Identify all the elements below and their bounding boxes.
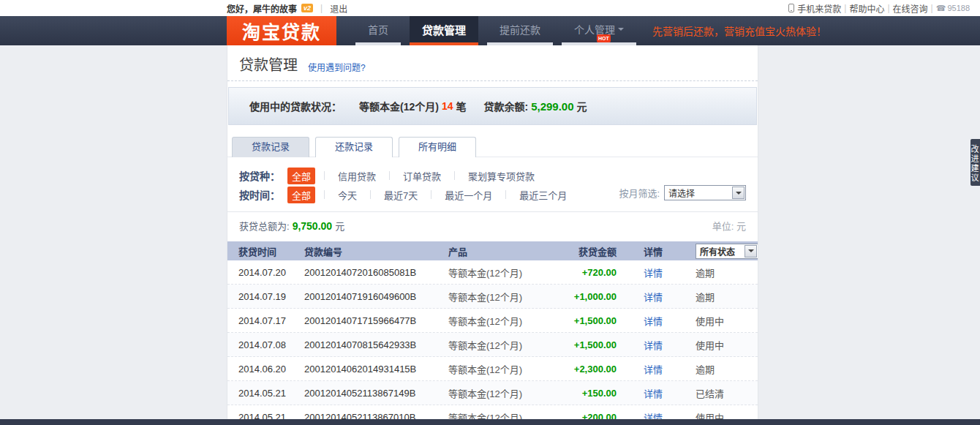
loan-number: 20012014071916049600B xyxy=(304,291,448,302)
col-detail: 详情 xyxy=(617,244,690,258)
product-name: 等额本金(12个月) xyxy=(448,266,551,279)
time-options: 全部今天最近7天最近一个月最近三个月 xyxy=(287,187,571,203)
nav-item-label: 提前还款 xyxy=(500,22,540,37)
logout-link[interactable]: 退出 xyxy=(330,2,347,15)
col-date: 获贷时间 xyxy=(227,244,304,258)
chevron-down-icon[interactable] xyxy=(745,245,757,257)
month-filter-select[interactable]: 请选择 xyxy=(664,185,746,200)
loan-count: 14 xyxy=(442,100,453,112)
help-center-link[interactable]: 帮助中心 xyxy=(849,2,884,15)
record-tabs: 贷款记录还款记录所有明细 xyxy=(227,137,758,157)
unit-note: 单位: 元 xyxy=(712,219,746,233)
table-row: 2014.05.2120012014052113867149B等额本金(12个月… xyxy=(227,381,758,405)
mobile-phone-icon xyxy=(788,4,794,12)
divider: | xyxy=(320,3,323,13)
user-info: 您好，犀牛的故事 v2 | 退出 xyxy=(227,2,347,15)
top-bar: 您好，犀牛的故事 v2 | 退出 手机来贷款 | 帮助中心 | 在线咨询 | ☎… xyxy=(0,0,980,16)
filter-option[interactable]: 今天 xyxy=(333,187,361,203)
divider: | xyxy=(844,3,846,13)
vip-level-badge: v2 xyxy=(301,4,313,12)
col-status: 所有状态 xyxy=(690,244,758,259)
main-navbar: 淘宝贷款 首页贷款管理提前还款个人管理 HOT 先营销后还款，营销充值宝火热体验… xyxy=(0,16,980,45)
nav-item[interactable]: 提前还款 xyxy=(487,16,553,45)
tab-还款记录[interactable]: 还款记录 xyxy=(315,137,393,157)
filter-option[interactable]: 订单贷款 xyxy=(399,168,445,184)
footer-bar xyxy=(0,419,980,425)
divider xyxy=(431,190,431,199)
col-loan-number: 贷款编号 xyxy=(304,244,448,258)
filter-option[interactable]: 全部 xyxy=(287,187,315,203)
loan-amount: +1,500.00 xyxy=(551,315,617,326)
month-filter-value: 请选择 xyxy=(665,187,695,199)
col-product: 产品 xyxy=(448,244,551,258)
divider xyxy=(324,171,325,180)
loan-status-summary: 使用中的贷款状况： 等额本金(12个月) 14 笔 贷款余额: 5,299.00… xyxy=(228,87,757,125)
phone-icon: ☎ xyxy=(936,4,946,13)
detail-link[interactable]: 详情 xyxy=(644,340,663,351)
loan-date: 2014.05.21 xyxy=(227,388,304,399)
filter-option[interactable]: 最近一个月 xyxy=(440,187,497,203)
detail-cell: 详情 xyxy=(617,314,690,328)
product-name: 等额本金(12个月) xyxy=(448,338,551,352)
loan-type-filter-row: 按贷种： 全部信用贷款订单贷款聚划算专项贷款 xyxy=(239,166,746,185)
nav-item[interactable]: 首页 xyxy=(355,16,401,45)
time-filter-label: 按时间： xyxy=(239,187,280,202)
table-header: 获贷时间 贷款编号 产品 获贷金额 详情 所有状态 xyxy=(227,241,758,260)
divider xyxy=(389,171,390,180)
loan-number: 20012014062014931415B xyxy=(304,364,448,375)
mobile-loan-link[interactable]: 手机来贷款 xyxy=(797,2,841,15)
detail-link[interactable]: 详情 xyxy=(644,364,663,375)
summary-label: 使用中的贷款状况： xyxy=(249,99,342,113)
total-label: 获贷总额为: xyxy=(239,219,290,233)
loan-date: 2014.06.20 xyxy=(227,364,304,375)
status-filter-select[interactable]: 所有状态 xyxy=(696,244,758,259)
filter-option[interactable]: 最近三个月 xyxy=(515,187,571,203)
detail-link[interactable]: 详情 xyxy=(644,316,663,327)
filter-option[interactable]: 信用贷款 xyxy=(333,168,380,184)
tab-贷款记录[interactable]: 贷款记录 xyxy=(232,137,309,157)
product-name: 等额本金(12个月) xyxy=(448,314,551,328)
product-name: 等额本金(12个月) xyxy=(448,386,551,400)
feedback-side-tab[interactable]: 改进建议 xyxy=(970,139,980,186)
promo-banner[interactable]: 先营销后还款，营销充值宝火热体验！ xyxy=(652,16,826,45)
loan-table-body: 2014.07.2020012014072016085081B等额本金(12个月… xyxy=(227,260,758,425)
balance-amount: 5,299.00 xyxy=(531,100,573,113)
summary-product: 等额本金(12个月) xyxy=(359,99,439,113)
filter-option[interactable]: 全部 xyxy=(287,168,315,184)
detail-link[interactable]: 详情 xyxy=(644,388,663,399)
help-question-link[interactable]: 使用遇到问题? xyxy=(308,61,366,73)
detail-cell: 详情 xyxy=(617,362,690,376)
detail-cell: 详情 xyxy=(617,266,690,279)
balance-unit: 元 xyxy=(577,99,587,113)
page-header: 贷款管理 使用遇到问题? xyxy=(227,45,758,81)
loan-amount: +1,000.00 xyxy=(551,291,617,302)
total-row: 获贷总额为: 9,750.00 元 单位: 元 xyxy=(227,211,758,241)
loan-status: 已结清 xyxy=(690,386,758,400)
chevron-down-icon[interactable] xyxy=(732,187,745,199)
filter-option[interactable]: 聚划算专项贷款 xyxy=(464,168,539,184)
detail-link[interactable]: 详情 xyxy=(644,292,663,303)
hotline-number: 95188 xyxy=(947,4,970,12)
product-name: 等额本金(12个月) xyxy=(448,362,551,376)
table-row: 2014.07.0820012014070815642933B等额本金(12个月… xyxy=(227,333,758,357)
table-row: 2014.07.1720012014071715966477B等额本金(12个月… xyxy=(227,309,758,333)
tab-所有明细[interactable]: 所有明细 xyxy=(399,137,476,157)
chevron-down-icon xyxy=(618,28,624,34)
loan-amount: +1,500.00 xyxy=(551,339,617,350)
table-row: 2014.07.1920012014071916049600B等额本金(12个月… xyxy=(227,285,758,309)
greeting-text: 您好，犀牛的故事 xyxy=(227,2,297,15)
nav-item[interactable]: 贷款管理 xyxy=(410,16,478,45)
taobao-loan-logo[interactable]: 淘宝贷款 xyxy=(227,16,336,45)
filter-option[interactable]: 最近7天 xyxy=(380,187,422,203)
page-title: 贷款管理 xyxy=(239,53,298,75)
loan-number: 20012014070815642933B xyxy=(304,339,448,350)
table-row: 2014.06.2020012014062014931415B等额本金(12个月… xyxy=(227,357,758,381)
detail-cell: 详情 xyxy=(617,290,690,304)
loan-number: 20012014072016085081B xyxy=(304,267,448,278)
loan-date: 2014.07.08 xyxy=(227,339,304,350)
loan-amount: +150.00 xyxy=(551,388,617,399)
divider: | xyxy=(887,3,889,13)
detail-link[interactable]: 详情 xyxy=(644,268,663,279)
online-chat-link[interactable]: 在线咨询 xyxy=(893,2,928,15)
total-amount: 9,750.00 xyxy=(293,220,333,232)
